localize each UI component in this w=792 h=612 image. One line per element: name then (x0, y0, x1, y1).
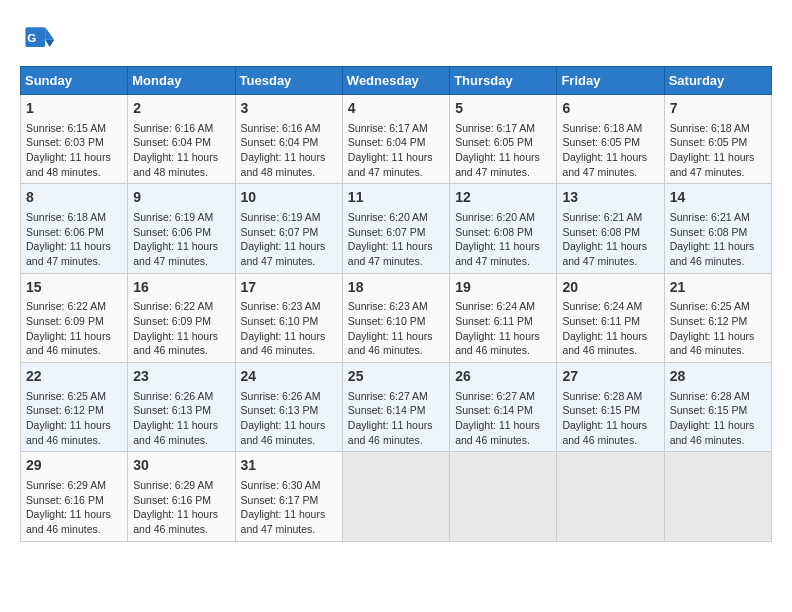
day-number: 5 (455, 99, 551, 119)
col-sunday: Sunday (21, 67, 128, 95)
day-info: Sunrise: 6:24 AM Sunset: 6:11 PM Dayligh… (562, 299, 658, 358)
day-number: 6 (562, 99, 658, 119)
day-info: Sunrise: 6:20 AM Sunset: 6:07 PM Dayligh… (348, 210, 444, 269)
day-info: Sunrise: 6:27 AM Sunset: 6:14 PM Dayligh… (455, 389, 551, 448)
day-number: 30 (133, 456, 229, 476)
day-2: 2Sunrise: 6:16 AM Sunset: 6:04 PM Daylig… (128, 95, 235, 184)
day-17: 17Sunrise: 6:23 AM Sunset: 6:10 PM Dayli… (235, 273, 342, 362)
day-info: Sunrise: 6:22 AM Sunset: 6:09 PM Dayligh… (26, 299, 122, 358)
day-number: 15 (26, 278, 122, 298)
day-number: 28 (670, 367, 766, 387)
day-13: 13Sunrise: 6:21 AM Sunset: 6:08 PM Dayli… (557, 184, 664, 273)
day-number: 24 (241, 367, 337, 387)
day-info: Sunrise: 6:22 AM Sunset: 6:09 PM Dayligh… (133, 299, 229, 358)
day-6: 6Sunrise: 6:18 AM Sunset: 6:05 PM Daylig… (557, 95, 664, 184)
logo-icon: G (20, 20, 56, 56)
day-number: 3 (241, 99, 337, 119)
day-number: 2 (133, 99, 229, 119)
day-4: 4Sunrise: 6:17 AM Sunset: 6:04 PM Daylig… (342, 95, 449, 184)
day-number: 22 (26, 367, 122, 387)
empty-cell (342, 452, 449, 541)
col-tuesday: Tuesday (235, 67, 342, 95)
calendar-header: SundayMondayTuesdayWednesdayThursdayFrid… (21, 67, 772, 95)
col-wednesday: Wednesday (342, 67, 449, 95)
day-10: 10Sunrise: 6:19 AM Sunset: 6:07 PM Dayli… (235, 184, 342, 273)
day-info: Sunrise: 6:21 AM Sunset: 6:08 PM Dayligh… (562, 210, 658, 269)
day-number: 13 (562, 188, 658, 208)
day-info: Sunrise: 6:24 AM Sunset: 6:11 PM Dayligh… (455, 299, 551, 358)
day-16: 16Sunrise: 6:22 AM Sunset: 6:09 PM Dayli… (128, 273, 235, 362)
svg-marker-1 (45, 40, 54, 47)
day-info: Sunrise: 6:28 AM Sunset: 6:15 PM Dayligh… (670, 389, 766, 448)
day-12: 12Sunrise: 6:20 AM Sunset: 6:08 PM Dayli… (450, 184, 557, 273)
day-number: 8 (26, 188, 122, 208)
day-3: 3Sunrise: 6:16 AM Sunset: 6:04 PM Daylig… (235, 95, 342, 184)
day-number: 10 (241, 188, 337, 208)
empty-cell (450, 452, 557, 541)
day-info: Sunrise: 6:29 AM Sunset: 6:16 PM Dayligh… (26, 478, 122, 537)
day-info: Sunrise: 6:23 AM Sunset: 6:10 PM Dayligh… (348, 299, 444, 358)
day-29: 29Sunrise: 6:29 AM Sunset: 6:16 PM Dayli… (21, 452, 128, 541)
day-info: Sunrise: 6:30 AM Sunset: 6:17 PM Dayligh… (241, 478, 337, 537)
day-info: Sunrise: 6:20 AM Sunset: 6:08 PM Dayligh… (455, 210, 551, 269)
day-info: Sunrise: 6:25 AM Sunset: 6:12 PM Dayligh… (26, 389, 122, 448)
day-info: Sunrise: 6:18 AM Sunset: 6:05 PM Dayligh… (562, 121, 658, 180)
day-19: 19Sunrise: 6:24 AM Sunset: 6:11 PM Dayli… (450, 273, 557, 362)
day-info: Sunrise: 6:29 AM Sunset: 6:16 PM Dayligh… (133, 478, 229, 537)
day-20: 20Sunrise: 6:24 AM Sunset: 6:11 PM Dayli… (557, 273, 664, 362)
empty-cell (557, 452, 664, 541)
day-number: 9 (133, 188, 229, 208)
day-info: Sunrise: 6:19 AM Sunset: 6:07 PM Dayligh… (241, 210, 337, 269)
day-number: 17 (241, 278, 337, 298)
day-info: Sunrise: 6:23 AM Sunset: 6:10 PM Dayligh… (241, 299, 337, 358)
day-8: 8Sunrise: 6:18 AM Sunset: 6:06 PM Daylig… (21, 184, 128, 273)
day-info: Sunrise: 6:28 AM Sunset: 6:15 PM Dayligh… (562, 389, 658, 448)
day-number: 20 (562, 278, 658, 298)
day-info: Sunrise: 6:25 AM Sunset: 6:12 PM Dayligh… (670, 299, 766, 358)
day-number: 25 (348, 367, 444, 387)
day-1: 1Sunrise: 6:15 AM Sunset: 6:03 PM Daylig… (21, 95, 128, 184)
day-21: 21Sunrise: 6:25 AM Sunset: 6:12 PM Dayli… (664, 273, 771, 362)
day-number: 26 (455, 367, 551, 387)
svg-text:G: G (27, 31, 36, 44)
day-11: 11Sunrise: 6:20 AM Sunset: 6:07 PM Dayli… (342, 184, 449, 273)
day-number: 21 (670, 278, 766, 298)
day-number: 19 (455, 278, 551, 298)
day-number: 14 (670, 188, 766, 208)
day-number: 29 (26, 456, 122, 476)
day-number: 11 (348, 188, 444, 208)
day-number: 27 (562, 367, 658, 387)
col-friday: Friday (557, 67, 664, 95)
day-info: Sunrise: 6:17 AM Sunset: 6:04 PM Dayligh… (348, 121, 444, 180)
day-info: Sunrise: 6:19 AM Sunset: 6:06 PM Dayligh… (133, 210, 229, 269)
svg-marker-0 (45, 27, 54, 40)
day-7: 7Sunrise: 6:18 AM Sunset: 6:05 PM Daylig… (664, 95, 771, 184)
day-number: 1 (26, 99, 122, 119)
day-info: Sunrise: 6:16 AM Sunset: 6:04 PM Dayligh… (241, 121, 337, 180)
day-14: 14Sunrise: 6:21 AM Sunset: 6:08 PM Dayli… (664, 184, 771, 273)
logo: G (20, 20, 60, 56)
day-number: 31 (241, 456, 337, 476)
day-info: Sunrise: 6:17 AM Sunset: 6:05 PM Dayligh… (455, 121, 551, 180)
day-24: 24Sunrise: 6:26 AM Sunset: 6:13 PM Dayli… (235, 363, 342, 452)
day-number: 16 (133, 278, 229, 298)
day-info: Sunrise: 6:26 AM Sunset: 6:13 PM Dayligh… (133, 389, 229, 448)
day-number: 12 (455, 188, 551, 208)
day-info: Sunrise: 6:18 AM Sunset: 6:06 PM Dayligh… (26, 210, 122, 269)
day-5: 5Sunrise: 6:17 AM Sunset: 6:05 PM Daylig… (450, 95, 557, 184)
day-27: 27Sunrise: 6:28 AM Sunset: 6:15 PM Dayli… (557, 363, 664, 452)
calendar-table: SundayMondayTuesdayWednesdayThursdayFrid… (20, 66, 772, 542)
day-25: 25Sunrise: 6:27 AM Sunset: 6:14 PM Dayli… (342, 363, 449, 452)
day-15: 15Sunrise: 6:22 AM Sunset: 6:09 PM Dayli… (21, 273, 128, 362)
day-number: 23 (133, 367, 229, 387)
day-number: 18 (348, 278, 444, 298)
empty-cell (664, 452, 771, 541)
day-info: Sunrise: 6:16 AM Sunset: 6:04 PM Dayligh… (133, 121, 229, 180)
day-info: Sunrise: 6:27 AM Sunset: 6:14 PM Dayligh… (348, 389, 444, 448)
day-18: 18Sunrise: 6:23 AM Sunset: 6:10 PM Dayli… (342, 273, 449, 362)
day-22: 22Sunrise: 6:25 AM Sunset: 6:12 PM Dayli… (21, 363, 128, 452)
day-30: 30Sunrise: 6:29 AM Sunset: 6:16 PM Dayli… (128, 452, 235, 541)
page-header: G (20, 20, 772, 56)
day-info: Sunrise: 6:26 AM Sunset: 6:13 PM Dayligh… (241, 389, 337, 448)
col-saturday: Saturday (664, 67, 771, 95)
